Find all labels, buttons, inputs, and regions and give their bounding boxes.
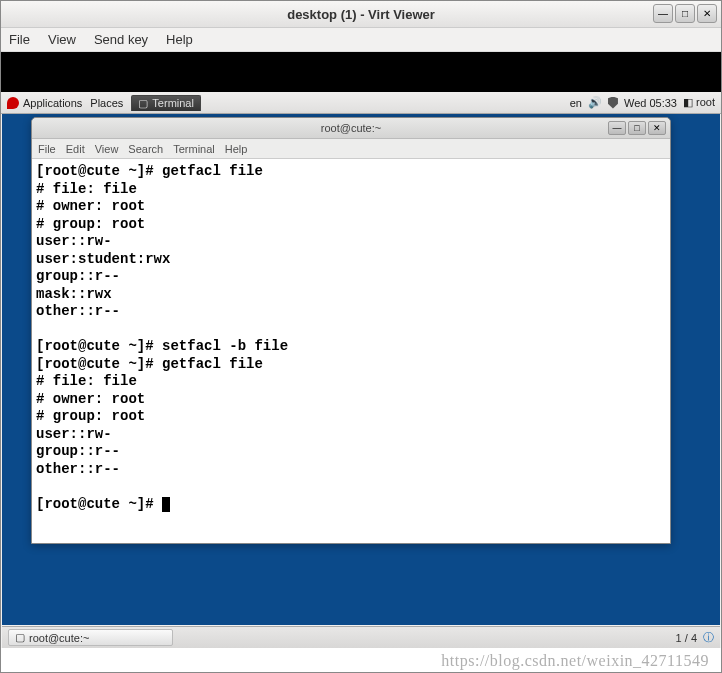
taskbar-item-label: root@cute:~ xyxy=(29,632,89,644)
taskbar-item-terminal[interactable]: ▢ root@cute:~ xyxy=(8,629,173,646)
terminal-title: root@cute:~ xyxy=(321,122,381,134)
terminal-menu-edit[interactable]: Edit xyxy=(66,143,85,155)
terminal-launcher-label: Terminal xyxy=(152,97,194,109)
terminal-window: root@cute:~ — □ ✕ File Edit View Search … xyxy=(31,117,671,544)
virt-maximize-button[interactable]: □ xyxy=(675,4,695,23)
terminal-menu-file[interactable]: File xyxy=(38,143,56,155)
virt-window-controls: — □ ✕ xyxy=(653,4,717,23)
virt-viewer-window: desktop (1) - Virt Viewer — □ ✕ File Vie… xyxy=(0,0,722,673)
guest-desktop[interactable]: root@cute:~ — □ ✕ File Edit View Search … xyxy=(2,114,720,625)
pager-label: 1 / 4 xyxy=(676,632,697,644)
applications-menu[interactable]: Applications xyxy=(7,97,82,109)
virt-menubar: File View Send key Help xyxy=(1,28,721,52)
gnome-top-panel: Applications Places ▢ Terminal en 🔊 Wed … xyxy=(1,92,721,114)
terminal-icon: ▢ xyxy=(138,97,148,110)
terminal-menubar: File Edit View Search Terminal Help xyxy=(32,139,670,159)
black-letterbox xyxy=(1,52,721,92)
workspace-pager[interactable]: 1 / 4 ⓘ xyxy=(676,630,714,645)
terminal-content[interactable]: [root@cute ~]# getfacl file # file: file… xyxy=(32,159,670,543)
terminal-menu-search[interactable]: Search xyxy=(128,143,163,155)
panel-right: en 🔊 Wed 05:33 ◧ root xyxy=(570,96,715,109)
terminal-window-controls: — □ ✕ xyxy=(608,121,666,135)
virt-menu-help[interactable]: Help xyxy=(166,32,193,47)
shield-icon[interactable] xyxy=(608,97,618,109)
terminal-maximize-button[interactable]: □ xyxy=(628,121,646,135)
virt-title: desktop (1) - Virt Viewer xyxy=(287,7,435,22)
terminal-titlebar[interactable]: root@cute:~ — □ ✕ xyxy=(32,118,670,139)
virt-close-button[interactable]: ✕ xyxy=(697,4,717,23)
clock[interactable]: Wed 05:33 xyxy=(624,97,677,109)
terminal-minimize-button[interactable]: — xyxy=(608,121,626,135)
virt-menu-view[interactable]: View xyxy=(48,32,76,47)
volume-icon[interactable]: 🔊 xyxy=(588,96,602,109)
terminal-menu-terminal[interactable]: Terminal xyxy=(173,143,215,155)
pager-info-icon: ⓘ xyxy=(703,630,714,645)
gnome-bottom-panel: ▢ root@cute:~ 1 / 4 ⓘ xyxy=(2,626,720,648)
virt-titlebar[interactable]: desktop (1) - Virt Viewer — □ ✕ xyxy=(1,1,721,28)
terminal-menu-view[interactable]: View xyxy=(95,143,119,155)
applications-label: Applications xyxy=(23,97,82,109)
terminal-menu-help[interactable]: Help xyxy=(225,143,248,155)
user-menu[interactable]: ◧ root xyxy=(683,96,715,109)
places-menu[interactable]: Places xyxy=(90,97,123,109)
virt-menu-sendkey[interactable]: Send key xyxy=(94,32,148,47)
input-lang[interactable]: en xyxy=(570,97,582,109)
virt-minimize-button[interactable]: — xyxy=(653,4,673,23)
panel-left: Applications Places ▢ Terminal xyxy=(7,95,201,111)
terminal-cursor xyxy=(162,497,170,512)
user-label: root xyxy=(696,96,715,108)
redhat-icon xyxy=(7,97,19,109)
terminal-close-button[interactable]: ✕ xyxy=(648,121,666,135)
watermark-text: https://blog.csdn.net/weixin_42711549 xyxy=(441,652,709,670)
taskbar-terminal-icon: ▢ xyxy=(15,631,25,644)
virt-menu-file[interactable]: File xyxy=(9,32,30,47)
terminal-launcher[interactable]: ▢ Terminal xyxy=(131,95,201,111)
